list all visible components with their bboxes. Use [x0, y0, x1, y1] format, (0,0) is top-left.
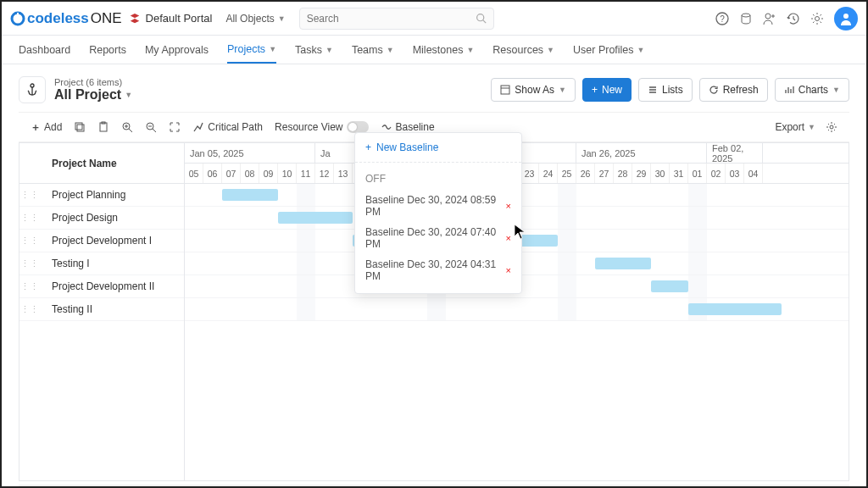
nav-milestones[interactable]: Milestones▼ [413, 36, 475, 64]
gantt-bar[interactable] [278, 212, 353, 224]
svg-point-7 [765, 14, 771, 19]
drag-handle-icon[interactable]: ⋮⋮ [19, 190, 40, 201]
resource-view-toggle[interactable]: Resource View [275, 121, 368, 133]
new-button[interactable]: + New [582, 78, 632, 102]
day-header: 01 [688, 164, 707, 183]
gantt-bar[interactable] [651, 280, 688, 292]
svg-point-2 [476, 14, 483, 21]
database-icon[interactable] [739, 12, 753, 25]
table-row[interactable]: ⋮⋮Testing II [19, 298, 184, 321]
nav-teams[interactable]: Teams▼ [352, 36, 394, 64]
gear-icon[interactable] [810, 12, 824, 25]
new-baseline-button[interactable]: + New Baseline [355, 133, 521, 163]
table-row[interactable]: ⋮⋮Project Planning [19, 184, 184, 207]
baseline-item[interactable]: Baseline Dec 30, 2024 04:31 PM× [365, 254, 511, 286]
baseline-off[interactable]: OFF [365, 169, 511, 190]
delete-baseline-icon[interactable]: × [506, 265, 511, 275]
nav-label: Projects [227, 43, 265, 55]
new-label: New [602, 84, 622, 96]
row-label: Testing II [40, 303, 92, 315]
avatar[interactable] [834, 7, 858, 30]
zoom-in-icon[interactable] [121, 121, 133, 133]
search-icon [476, 13, 487, 24]
toggle-switch[interactable] [347, 121, 369, 133]
page-title[interactable]: All Project ▼ [54, 87, 132, 103]
table-row[interactable]: ⋮⋮Project Design [19, 207, 184, 230]
delete-baseline-icon[interactable]: × [506, 201, 511, 211]
week-header: Feb 02, 2025 [707, 143, 763, 163]
baseline-item[interactable]: Baseline Dec 30, 2024 08:59 PM× [365, 190, 511, 222]
export-label: Export [775, 121, 804, 133]
critical-path-button[interactable]: Critical Path [192, 121, 263, 133]
copy-icon[interactable] [74, 121, 86, 133]
nav-dashboard[interactable]: Dashboard [19, 36, 70, 64]
layout-icon [500, 85, 510, 95]
nav-my-approvals[interactable]: My Approvals [145, 36, 209, 64]
show-as-button[interactable]: Show As ▼ [491, 78, 576, 102]
nav-user-profiles[interactable]: User Profiles▼ [573, 36, 644, 64]
right-scrollbar[interactable] [184, 485, 849, 488]
lists-button[interactable]: Lists [638, 78, 693, 102]
baseline-button[interactable]: Baseline [381, 121, 435, 133]
chevron-down-icon: ▼ [269, 45, 276, 53]
nav-tasks[interactable]: Tasks▼ [295, 36, 333, 64]
refresh-label: Refresh [723, 84, 759, 96]
portal-label: Default Portal [146, 12, 213, 25]
svg-rect-1 [17, 13, 19, 17]
export-button[interactable]: Export ▼ [775, 121, 815, 133]
drag-handle-icon[interactable]: ⋮⋮ [19, 304, 40, 315]
zoom-out-icon[interactable] [145, 121, 157, 133]
baseline-item-label: Baseline Dec 30, 2024 07:40 PM [365, 226, 506, 250]
nav-projects[interactable]: Projects▼ [227, 36, 276, 64]
charts-button[interactable]: Charts ▼ [775, 78, 849, 102]
brand-logo[interactable]: codelessONE [10, 10, 122, 27]
drag-handle-icon[interactable]: ⋮⋮ [19, 258, 40, 269]
nav-resources[interactable]: Resources▼ [492, 36, 554, 64]
brand-text-left: codeless [27, 10, 89, 27]
anchor-icon [25, 83, 39, 97]
search-input[interactable] [307, 13, 476, 25]
svg-point-6 [742, 14, 750, 17]
day-header: 30 [651, 164, 670, 183]
delete-baseline-icon[interactable]: × [506, 233, 511, 243]
help-icon[interactable]: ? [715, 12, 729, 25]
day-header: 11 [297, 164, 315, 183]
anchor-icon-box[interactable] [19, 76, 46, 103]
drag-handle-icon[interactable]: ⋮⋮ [19, 236, 40, 247]
svg-point-8 [815, 16, 820, 20]
day-header: 27 [595, 164, 614, 183]
portal-selector[interactable]: Default Portal [129, 12, 213, 25]
charts-label: Charts [798, 84, 828, 96]
drag-handle-icon[interactable]: ⋮⋮ [19, 213, 40, 224]
gear-icon[interactable] [826, 121, 837, 133]
add-button[interactable]: ＋Add [31, 120, 62, 135]
plus-icon: + [592, 84, 598, 96]
header-actions: Show As ▼ + New Lists Refresh Charts ▼ [491, 78, 849, 102]
portal-icon [129, 13, 141, 25]
baseline-label: Baseline [396, 121, 435, 133]
paste-icon[interactable] [97, 121, 109, 133]
drag-handle-icon[interactable]: ⋮⋮ [19, 281, 40, 292]
nav-label: Resources [492, 44, 543, 56]
expand-icon[interactable] [169, 121, 181, 133]
day-header: 31 [670, 164, 688, 183]
baseline-item-label: Baseline Dec 30, 2024 04:31 PM [365, 258, 506, 282]
nav-reports[interactable]: Reports [89, 36, 126, 64]
gantt-bar[interactable] [222, 189, 278, 201]
day-header: 29 [632, 164, 651, 183]
left-scrollbar[interactable] [19, 485, 184, 488]
chevron-down-icon: ▼ [466, 46, 474, 54]
table-row[interactable]: ⋮⋮Testing I [19, 252, 184, 275]
gantt-bar[interactable] [688, 303, 782, 315]
table-row[interactable]: ⋮⋮Project Development I [19, 230, 184, 252]
baseline-item[interactable]: Baseline Dec 30, 2024 07:40 PM× [365, 222, 511, 254]
chevron-down-icon: ▼ [832, 86, 840, 94]
history-icon[interactable] [787, 12, 800, 25]
search-box[interactable] [299, 8, 494, 30]
gantt-bar[interactable] [595, 258, 651, 269]
user-add-icon[interactable] [763, 12, 776, 25]
row-label: Project Development I [40, 235, 152, 247]
object-selector[interactable]: All Objects ▼ [219, 9, 292, 28]
table-row[interactable]: ⋮⋮Project Development II [19, 275, 184, 298]
refresh-button[interactable]: Refresh [699, 78, 768, 102]
